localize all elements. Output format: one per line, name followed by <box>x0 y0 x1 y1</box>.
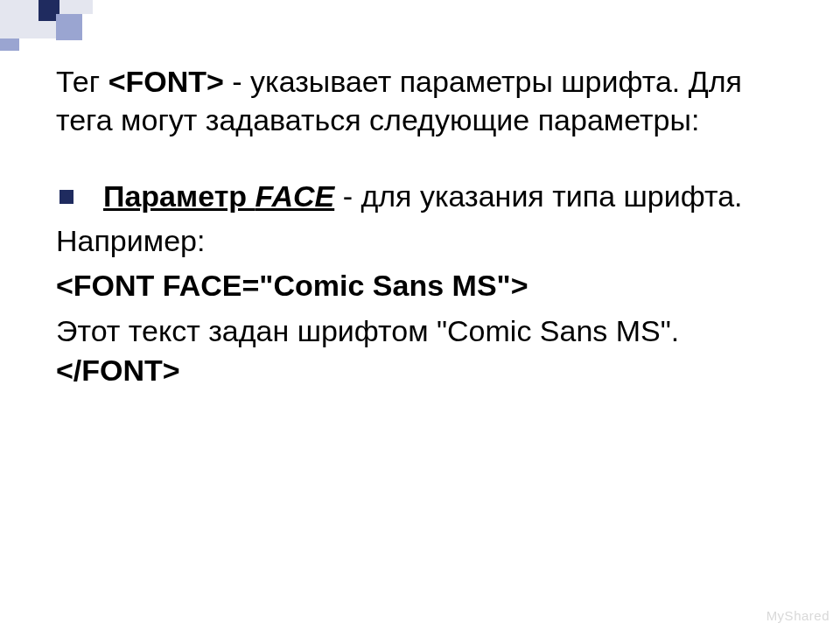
close-tag: </FONT> <box>56 354 180 387</box>
bullet-text: Параметр FACE - для указания типа шрифта… <box>103 178 791 216</box>
deco-square <box>60 0 93 14</box>
square-bullet-icon <box>60 190 74 204</box>
example-label: Например: <box>56 221 791 262</box>
slide-content: Тег <FONT> - указывает параметры шрифта.… <box>56 63 791 389</box>
intro-prefix: Тег <box>56 65 108 98</box>
deco-square <box>56 14 82 40</box>
deco-square <box>0 0 38 38</box>
deco-square <box>38 21 56 38</box>
comic-text-line: Этот текст задан шрифтом "Comic Sans MS"… <box>56 312 791 388</box>
bullet-item: Параметр FACE - для указания типа шрифта… <box>56 178 791 216</box>
param-rest: - для указания типа шрифта. <box>334 179 742 213</box>
intro-tag: <FONT> <box>108 65 224 98</box>
intro-paragraph: Тег <FONT> - указывает параметры шрифта.… <box>56 63 791 139</box>
param-name: FACE <box>256 179 335 213</box>
brand-watermark: MyShared <box>766 608 830 623</box>
param-label: Параметр <box>103 179 256 213</box>
open-tag-line: <FONT FACE="Comic Sans MS"> <box>56 266 791 306</box>
deco-square <box>0 38 19 51</box>
comic-text: Этот текст задан шрифтом "Comic Sans MS"… <box>56 314 679 347</box>
decorative-corner <box>0 0 158 52</box>
